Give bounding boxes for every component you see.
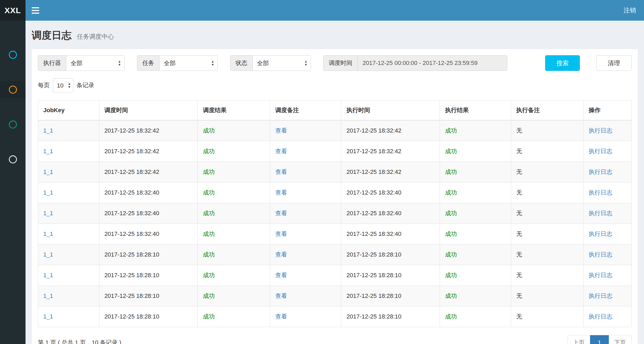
- filter-job-group: 任务 全部 ▲▼: [137, 55, 218, 71]
- trigger-result-cell: 成功: [198, 182, 270, 203]
- filter-time-label: 调度时间: [323, 55, 357, 71]
- page-size-prefix: 每页: [38, 81, 50, 89]
- filter-job-label: 任务: [137, 55, 159, 71]
- sidebar-menu-item[interactable]: [0, 116, 26, 133]
- column-header[interactable]: JobKey: [38, 101, 99, 120]
- search-button[interactable]: 搜索: [545, 55, 580, 71]
- clean-button[interactable]: 清理: [596, 55, 632, 71]
- trigger-msg-link[interactable]: 查看: [275, 210, 287, 217]
- jobkey-link[interactable]: 1_1: [43, 169, 53, 175]
- sidebar: [0, 21, 26, 344]
- exec-log-link[interactable]: 执行日志: [589, 251, 612, 258]
- jobkey-link[interactable]: 1_1: [43, 230, 53, 237]
- column-header[interactable]: 执行结果: [440, 101, 511, 120]
- exec-log-link[interactable]: 执行日志: [589, 189, 612, 196]
- trigger-msg-link[interactable]: 查看: [275, 292, 287, 299]
- column-header[interactable]: 执行时间: [341, 101, 440, 120]
- handle-result-cell: 成功: [440, 141, 511, 162]
- handle-msg-cell: 无: [511, 306, 584, 327]
- trigger-result-cell: 成功: [198, 286, 270, 306]
- handle-result-cell: 成功: [440, 286, 511, 306]
- jobkey-link[interactable]: 1_1: [43, 292, 53, 299]
- trigger-msg-link[interactable]: 查看: [275, 189, 287, 196]
- app-logo[interactable]: XXL: [0, 0, 26, 21]
- log-table-row: 1_1 2017-12-25 18:32:42 成功 查看 2017-12-25…: [38, 120, 632, 141]
- jobkey-link[interactable]: 1_1: [43, 189, 53, 196]
- column-header[interactable]: 执行备注: [511, 101, 584, 120]
- log-table-row: 1_1 2017-12-25 18:32:40 成功 查看 2017-12-25…: [38, 182, 632, 203]
- jobkey-link[interactable]: 1_1: [43, 251, 53, 258]
- table-footer: 第 1 页 ( 总共 1 页，10 条记录 ) 上页 1 下页: [38, 335, 632, 344]
- trigger-msg-link[interactable]: 查看: [275, 230, 287, 237]
- column-header[interactable]: 调度结果: [198, 101, 270, 120]
- sidebar-menu-item[interactable]: [0, 81, 26, 98]
- handle-msg-cell: 无: [511, 162, 584, 182]
- handle-time-cell: 2017-12-25 18:28:10: [341, 286, 440, 306]
- filter-time-group: 调度时间: [323, 55, 507, 71]
- page-size-select[interactable]: 10: [53, 78, 73, 92]
- circle-icon: [9, 155, 17, 163]
- log-table-row: 1_1 2017-12-25 18:28:10 成功 查看 2017-12-25…: [38, 306, 632, 327]
- page-size-suffix: 条记录: [77, 81, 94, 89]
- log-table-row: 1_1 2017-12-25 18:28:10 成功 查看 2017-12-25…: [38, 286, 632, 306]
- log-table-row: 1_1 2017-12-25 18:28:10 成功 查看 2017-12-25…: [38, 244, 632, 265]
- content-box: 执行器 全部 ▲▼ 任务 全部 ▲▼ 状态 全部: [32, 49, 638, 344]
- jobkey-link[interactable]: 1_1: [43, 272, 53, 279]
- jobkey-link[interactable]: 1_1: [43, 127, 53, 134]
- column-header[interactable]: 调度时间: [99, 101, 198, 120]
- trigger-msg-link[interactable]: 查看: [275, 251, 287, 258]
- exec-log-link[interactable]: 执行日志: [589, 210, 612, 217]
- circle-icon: [9, 51, 17, 59]
- trigger-msg-link[interactable]: 查看: [275, 148, 287, 155]
- trigger-time-cell: 2017-12-25 18:28:10: [99, 286, 198, 306]
- trigger-msg-link[interactable]: 查看: [275, 127, 287, 134]
- trigger-msg-link[interactable]: 查看: [275, 272, 287, 279]
- filter-job-select-wrap: 全部 ▲▼: [159, 55, 218, 71]
- logout-link[interactable]: 注销: [624, 6, 636, 14]
- filter-job-select[interactable]: 全部: [159, 55, 218, 71]
- trigger-time-range-input[interactable]: [357, 55, 507, 71]
- exec-log-link[interactable]: 执行日志: [589, 169, 612, 175]
- exec-log-link[interactable]: 执行日志: [589, 148, 612, 155]
- trigger-time-cell: 2017-12-25 18:32:40: [99, 203, 198, 224]
- trigger-result-cell: 成功: [198, 265, 270, 286]
- jobkey-link[interactable]: 1_1: [43, 210, 53, 217]
- current-page-button[interactable]: 1: [590, 335, 609, 344]
- prev-page-button[interactable]: 上页: [567, 335, 590, 344]
- column-header[interactable]: 调度备注: [270, 101, 341, 120]
- circle-icon: [9, 120, 17, 129]
- handle-time-cell: 2017-12-25 18:32:42: [341, 162, 440, 182]
- trigger-result-cell: 成功: [198, 203, 270, 224]
- exec-log-link[interactable]: 执行日志: [589, 230, 612, 237]
- handle-time-cell: 2017-12-25 18:32:42: [341, 141, 440, 162]
- content-area: 调度日志 任务调度中心 执行器 全部 ▲▼ 任务 全部 ▲▼: [26, 21, 644, 344]
- sidebar-toggle-button[interactable]: [26, 0, 45, 21]
- handle-msg-cell: 无: [511, 182, 584, 203]
- handle-msg-cell: 无: [511, 141, 584, 162]
- hamburger-icon: [32, 7, 39, 8]
- next-page-button[interactable]: 下页: [609, 335, 632, 344]
- exec-log-link[interactable]: 执行日志: [589, 292, 612, 299]
- log-table-row: 1_1 2017-12-25 18:32:42 成功 查看 2017-12-25…: [38, 162, 632, 182]
- exec-log-link[interactable]: 执行日志: [589, 313, 612, 320]
- handle-time-cell: 2017-12-25 18:32:40: [341, 203, 440, 224]
- filter-status-group: 状态 全部 ▲▼: [230, 55, 311, 71]
- page-subtitle: 任务调度中心: [77, 33, 114, 40]
- exec-log-link[interactable]: 执行日志: [589, 272, 612, 279]
- trigger-msg-link[interactable]: 查看: [275, 169, 287, 175]
- content-header: 调度日志 任务调度中心: [26, 21, 644, 49]
- jobkey-link[interactable]: 1_1: [43, 148, 53, 155]
- column-header[interactable]: 操作: [583, 101, 631, 120]
- log-table-row: 1_1 2017-12-25 18:32:42 成功 查看 2017-12-25…: [38, 141, 632, 162]
- handle-result-cell: 成功: [440, 244, 511, 265]
- filter-executor-select[interactable]: 全部: [66, 55, 125, 71]
- jobkey-link[interactable]: 1_1: [43, 313, 53, 320]
- exec-log-link[interactable]: 执行日志: [589, 127, 612, 134]
- sidebar-menu-item[interactable]: [0, 151, 26, 168]
- trigger-msg-link[interactable]: 查看: [275, 313, 287, 320]
- filter-status-select[interactable]: 全部: [252, 55, 311, 71]
- trigger-result-cell: 成功: [198, 306, 270, 327]
- sidebar-menu: [0, 46, 26, 168]
- handle-msg-cell: 无: [511, 286, 584, 306]
- sidebar-menu-item[interactable]: [0, 46, 26, 63]
